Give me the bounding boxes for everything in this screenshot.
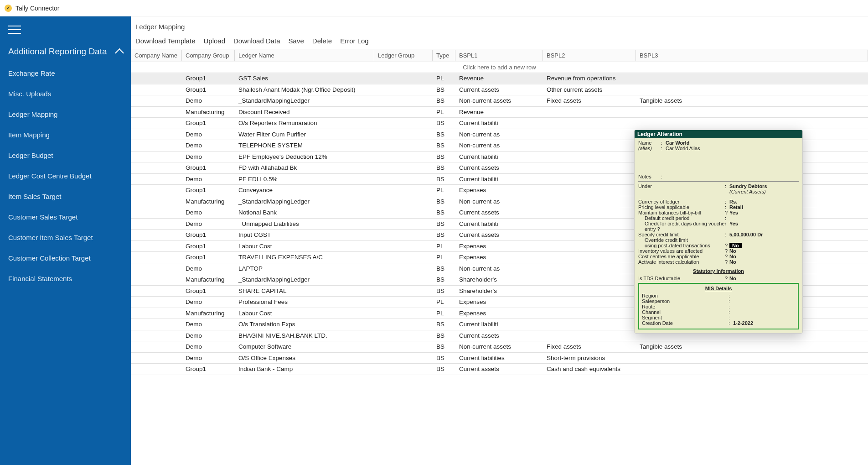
cell[interactable]: BS xyxy=(433,353,455,363)
cell[interactable] xyxy=(374,345,433,349)
cell[interactable] xyxy=(374,266,433,270)
cell[interactable]: BHAGINI NIVE.SAH.BANK LTD. xyxy=(235,330,374,341)
cell[interactable]: BS xyxy=(433,129,455,140)
cell[interactable] xyxy=(543,233,636,237)
cell[interactable]: BS xyxy=(433,140,455,151)
cell[interactable]: Shailesh Anant Modak (Ngr.Office Deposit… xyxy=(235,84,374,95)
cell[interactable] xyxy=(131,311,182,315)
cell[interactable]: Demo xyxy=(182,353,235,363)
cell[interactable] xyxy=(636,121,868,125)
cell[interactable] xyxy=(131,177,182,181)
column-header-bspl2[interactable]: BSPL2 xyxy=(543,50,636,61)
cell[interactable]: FD with Allahabad Bk xyxy=(235,162,374,173)
cell[interactable]: Current liabiliti xyxy=(455,118,543,128)
cell[interactable] xyxy=(543,266,636,270)
cell[interactable] xyxy=(543,155,636,158)
cell[interactable]: Tangible assets xyxy=(636,95,868,106)
cell[interactable]: Labour Cost xyxy=(235,241,374,251)
cell[interactable] xyxy=(131,233,182,237)
add-row-hint[interactable]: Click here to add a new row xyxy=(131,62,868,73)
cell[interactable]: BS xyxy=(433,84,455,95)
cell[interactable]: Revenue xyxy=(455,107,543,117)
cell[interactable] xyxy=(543,334,636,337)
cell[interactable]: Expenses xyxy=(455,241,543,251)
cell[interactable]: Current liabiliti xyxy=(455,174,543,184)
cell[interactable] xyxy=(374,356,433,360)
cell[interactable] xyxy=(374,121,433,125)
cell[interactable] xyxy=(636,334,868,337)
table-row[interactable]: Group1GST SalesPLRevenueRevenue from ope… xyxy=(131,73,868,84)
cell[interactable]: TELEPHONE SYSTEM xyxy=(235,140,374,151)
overlay-override-value[interactable]: No xyxy=(729,243,742,248)
cell[interactable]: Demo xyxy=(182,319,235,329)
cell[interactable]: LAPTOP xyxy=(235,263,374,274)
sidebar-item-ledger-cost-centre-budget[interactable]: Ledger Cost Centre Budget xyxy=(0,166,131,186)
cell[interactable]: BS xyxy=(433,207,455,218)
cell[interactable]: Indian Bank - Camp xyxy=(235,364,374,374)
cell[interactable] xyxy=(131,278,182,282)
cell[interactable]: Expenses xyxy=(455,308,543,319)
table-row[interactable]: Demo_StandardMappingLedgerBSNon-current … xyxy=(131,95,868,107)
cell[interactable] xyxy=(374,323,433,326)
sidebar-item-item-mapping[interactable]: Item Mapping xyxy=(0,125,131,145)
cell[interactable]: Current assets xyxy=(455,84,543,95)
cell[interactable]: Demo xyxy=(182,174,235,184)
cell[interactable]: Current assets xyxy=(455,364,543,374)
cell[interactable]: Labour Cost xyxy=(235,308,374,319)
cell[interactable]: Manufacturing xyxy=(182,107,235,117)
cell[interactable] xyxy=(374,311,433,315)
cell[interactable]: PL xyxy=(433,73,455,84)
hamburger-button[interactable] xyxy=(0,19,131,40)
cell[interactable]: Group1 xyxy=(182,286,235,296)
cell[interactable] xyxy=(374,77,433,80)
sidebar-item-financial-statements[interactable]: Financial Statements xyxy=(0,268,131,289)
cell[interactable] xyxy=(374,166,433,170)
cell[interactable] xyxy=(636,367,868,371)
cell[interactable]: BS xyxy=(433,319,455,329)
cell[interactable] xyxy=(374,211,433,214)
cell[interactable]: Manufacturing xyxy=(182,308,235,319)
cell[interactable]: PF EDLI 0.5% xyxy=(235,174,374,184)
sidebar-item-exchange-rate[interactable]: Exchange Rate xyxy=(0,63,131,84)
cell[interactable] xyxy=(374,155,433,158)
cell[interactable]: O/S Office Expenses xyxy=(235,353,374,363)
cell[interactable]: O/s Translation Exps xyxy=(235,319,374,329)
cell[interactable]: Computer Software xyxy=(235,341,374,352)
cell[interactable] xyxy=(374,300,433,304)
cell[interactable]: Notional Bank xyxy=(235,207,374,218)
cell[interactable]: Group1 xyxy=(182,252,235,262)
cell[interactable]: SHARE CAPITAL xyxy=(235,286,374,296)
cell[interactable]: Current assets xyxy=(455,207,543,218)
cell[interactable] xyxy=(543,199,636,203)
cell[interactable]: Non-current assets xyxy=(455,95,543,106)
sidebar-item-customer-collection-target[interactable]: Customer Collection Target xyxy=(0,248,131,268)
cell[interactable] xyxy=(374,188,433,192)
column-header-ledger-group[interactable]: Ledger Group xyxy=(374,50,433,61)
cell[interactable] xyxy=(543,177,636,181)
cell[interactable] xyxy=(374,177,433,181)
cell[interactable]: Revenue xyxy=(455,73,543,84)
cell[interactable]: BS xyxy=(433,152,455,162)
toolbar-delete[interactable]: Delete xyxy=(312,37,332,45)
cell[interactable] xyxy=(636,88,868,91)
cell[interactable] xyxy=(131,345,182,349)
cell[interactable]: Demo xyxy=(182,297,235,307)
cell[interactable] xyxy=(374,132,433,136)
cell[interactable]: BS xyxy=(433,95,455,106)
cell[interactable]: Shareholder's xyxy=(455,274,543,285)
cell[interactable]: Expenses xyxy=(455,297,543,307)
cell[interactable] xyxy=(543,300,636,304)
cell[interactable] xyxy=(543,166,636,170)
cell[interactable]: Current liabilities xyxy=(455,353,543,363)
sidebar-section-header[interactable]: Additional Reporting Data xyxy=(0,40,131,63)
cell[interactable]: BS xyxy=(433,118,455,128)
toolbar-save[interactable]: Save xyxy=(289,37,304,45)
cell[interactable]: Group1 xyxy=(182,230,235,240)
cell[interactable]: BS xyxy=(433,263,455,274)
cell[interactable]: Demo xyxy=(182,207,235,218)
cell[interactable] xyxy=(131,266,182,270)
table-row[interactable]: Group1Shailesh Anant Modak (Ngr.Office D… xyxy=(131,84,868,96)
cell[interactable]: Group1 xyxy=(182,84,235,95)
column-header-company-name[interactable]: Company Name xyxy=(131,50,182,61)
cell[interactable] xyxy=(543,132,636,136)
